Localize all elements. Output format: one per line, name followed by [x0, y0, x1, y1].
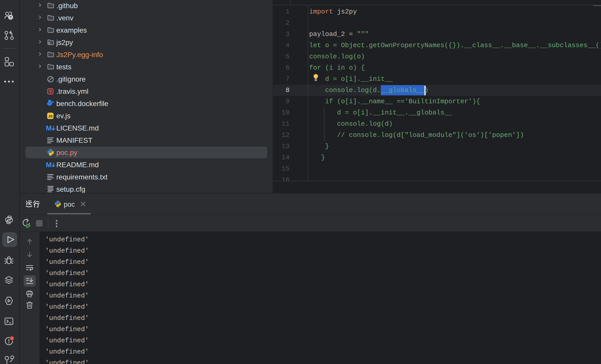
- svg-text:?: ?: [9, 15, 12, 19]
- svg-text:Y: Y: [49, 89, 52, 94]
- svg-text:M: M: [46, 161, 52, 169]
- svg-text:JS: JS: [48, 114, 53, 118]
- svg-text:M: M: [46, 124, 52, 132]
